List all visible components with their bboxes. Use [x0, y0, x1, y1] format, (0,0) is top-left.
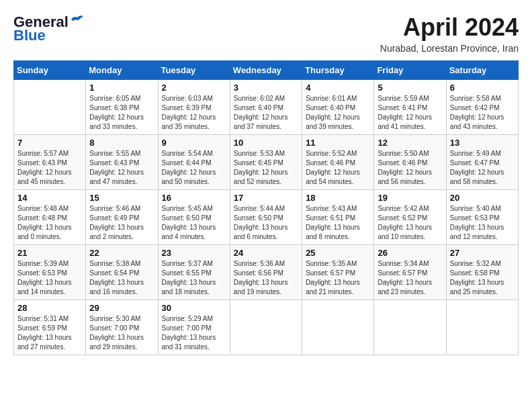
- day-number: 9: [162, 138, 226, 148]
- calendar-cell: [14, 80, 86, 135]
- day-info: Sunrise: 5:29 AM Sunset: 7:00 PM Dayligh…: [162, 314, 226, 352]
- day-info: Sunrise: 6:05 AM Sunset: 6:38 PM Dayligh…: [89, 94, 154, 132]
- calendar-cell: 24Sunrise: 5:36 AM Sunset: 6:56 PM Dayli…: [230, 245, 302, 300]
- calendar-cell: 5Sunrise: 5:59 AM Sunset: 6:41 PM Daylig…: [374, 80, 446, 135]
- day-number: 23: [162, 248, 226, 258]
- calendar-header-thursday: Thursday: [302, 61, 374, 80]
- day-number: 6: [450, 83, 515, 93]
- day-number: 5: [378, 83, 442, 93]
- day-number: 18: [306, 193, 370, 203]
- day-number: 10: [234, 138, 298, 148]
- day-info: Sunrise: 5:49 AM Sunset: 6:47 PM Dayligh…: [450, 149, 515, 187]
- calendar-cell: 16Sunrise: 5:45 AM Sunset: 6:50 PM Dayli…: [158, 190, 230, 245]
- day-info: Sunrise: 5:50 AM Sunset: 6:46 PM Dayligh…: [378, 149, 442, 187]
- calendar-cell: 25Sunrise: 5:35 AM Sunset: 6:57 PM Dayli…: [302, 245, 374, 300]
- calendar-cell: [302, 300, 374, 355]
- day-number: 7: [17, 138, 82, 148]
- calendar-table: SundayMondayTuesdayWednesdayThursdayFrid…: [13, 60, 519, 355]
- day-number: 3: [234, 83, 298, 93]
- day-info: Sunrise: 5:46 AM Sunset: 6:49 PM Dayligh…: [89, 204, 154, 242]
- day-info: Sunrise: 5:58 AM Sunset: 6:42 PM Dayligh…: [450, 94, 515, 132]
- calendar-header-sunday: Sunday: [14, 61, 86, 80]
- day-info: Sunrise: 5:53 AM Sunset: 6:45 PM Dayligh…: [234, 149, 298, 187]
- calendar-cell: 26Sunrise: 5:34 AM Sunset: 6:57 PM Dayli…: [374, 245, 446, 300]
- calendar-cell: 19Sunrise: 5:42 AM Sunset: 6:52 PM Dayli…: [374, 190, 446, 245]
- day-info: Sunrise: 6:01 AM Sunset: 6:40 PM Dayligh…: [306, 94, 370, 132]
- calendar-cell: 23Sunrise: 5:37 AM Sunset: 6:55 PM Dayli…: [158, 245, 230, 300]
- calendar-cell: 11Sunrise: 5:52 AM Sunset: 6:46 PM Dayli…: [302, 135, 374, 190]
- calendar-cell: 8Sunrise: 5:55 AM Sunset: 6:43 PM Daylig…: [86, 135, 158, 190]
- day-number: 2: [162, 83, 226, 93]
- calendar-cell: [374, 300, 446, 355]
- day-info: Sunrise: 5:31 AM Sunset: 6:59 PM Dayligh…: [17, 314, 82, 352]
- day-info: Sunrise: 5:32 AM Sunset: 6:58 PM Dayligh…: [450, 259, 515, 297]
- day-info: Sunrise: 5:55 AM Sunset: 6:43 PM Dayligh…: [89, 149, 154, 187]
- calendar-week-5: 28Sunrise: 5:31 AM Sunset: 6:59 PM Dayli…: [14, 300, 519, 355]
- day-info: Sunrise: 5:44 AM Sunset: 6:50 PM Dayligh…: [234, 204, 298, 242]
- calendar-cell: 15Sunrise: 5:46 AM Sunset: 6:49 PM Dayli…: [86, 190, 158, 245]
- calendar-header-friday: Friday: [374, 61, 446, 80]
- day-number: 20: [450, 193, 515, 203]
- title-block: April 2024 Nurabad, Lorestan Province, I…: [380, 13, 519, 54]
- calendar-cell: 3Sunrise: 6:02 AM Sunset: 6:40 PM Daylig…: [230, 80, 302, 135]
- calendar-header-saturday: Saturday: [446, 61, 518, 80]
- day-number: 30: [162, 303, 226, 313]
- calendar-week-1: 1Sunrise: 6:05 AM Sunset: 6:38 PM Daylig…: [14, 80, 519, 135]
- calendar-cell: 27Sunrise: 5:32 AM Sunset: 6:58 PM Dayli…: [446, 245, 518, 300]
- calendar-cell: 17Sunrise: 5:44 AM Sunset: 6:50 PM Dayli…: [230, 190, 302, 245]
- calendar-cell: 9Sunrise: 5:54 AM Sunset: 6:44 PM Daylig…: [158, 135, 230, 190]
- calendar-cell: 22Sunrise: 5:38 AM Sunset: 6:54 PM Dayli…: [86, 245, 158, 300]
- calendar-week-4: 21Sunrise: 5:39 AM Sunset: 6:53 PM Dayli…: [14, 245, 519, 300]
- day-number: 12: [378, 138, 442, 148]
- day-number: 15: [89, 193, 154, 203]
- calendar-cell: 7Sunrise: 5:57 AM Sunset: 6:43 PM Daylig…: [14, 135, 86, 190]
- day-info: Sunrise: 5:54 AM Sunset: 6:44 PM Dayligh…: [162, 149, 226, 187]
- calendar-cell: 10Sunrise: 5:53 AM Sunset: 6:45 PM Dayli…: [230, 135, 302, 190]
- calendar-cell: 6Sunrise: 5:58 AM Sunset: 6:42 PM Daylig…: [446, 80, 518, 135]
- calendar-week-3: 14Sunrise: 5:48 AM Sunset: 6:48 PM Dayli…: [14, 190, 519, 245]
- calendar-cell: 28Sunrise: 5:31 AM Sunset: 6:59 PM Dayli…: [14, 300, 86, 355]
- day-number: 27: [450, 248, 515, 258]
- day-number: 19: [378, 193, 442, 203]
- day-number: 8: [89, 138, 154, 148]
- day-info: Sunrise: 6:02 AM Sunset: 6:40 PM Dayligh…: [234, 94, 298, 132]
- calendar-cell: 2Sunrise: 6:03 AM Sunset: 6:39 PM Daylig…: [158, 80, 230, 135]
- day-number: 28: [17, 303, 82, 313]
- day-info: Sunrise: 5:52 AM Sunset: 6:46 PM Dayligh…: [306, 149, 370, 187]
- month-title: April 2024: [380, 13, 519, 42]
- day-number: 22: [89, 248, 154, 258]
- calendar-header-wednesday: Wednesday: [230, 61, 302, 80]
- day-number: 4: [306, 83, 370, 93]
- calendar-cell: 20Sunrise: 5:40 AM Sunset: 6:53 PM Dayli…: [446, 190, 518, 245]
- calendar-cell: 18Sunrise: 5:43 AM Sunset: 6:51 PM Dayli…: [302, 190, 374, 245]
- calendar-cell: 1Sunrise: 6:05 AM Sunset: 6:38 PM Daylig…: [86, 80, 158, 135]
- calendar-week-2: 7Sunrise: 5:57 AM Sunset: 6:43 PM Daylig…: [14, 135, 519, 190]
- logo: General Blue: [13, 13, 85, 44]
- day-info: Sunrise: 5:42 AM Sunset: 6:52 PM Dayligh…: [378, 204, 442, 242]
- day-info: Sunrise: 5:48 AM Sunset: 6:48 PM Dayligh…: [17, 204, 82, 242]
- day-number: 29: [89, 303, 154, 313]
- calendar-header-row: SundayMondayTuesdayWednesdayThursdayFrid…: [14, 61, 519, 80]
- day-info: Sunrise: 5:37 AM Sunset: 6:55 PM Dayligh…: [162, 259, 226, 297]
- day-info: Sunrise: 5:40 AM Sunset: 6:53 PM Dayligh…: [450, 204, 515, 242]
- day-number: 1: [89, 83, 154, 93]
- day-number: 11: [306, 138, 370, 148]
- day-info: Sunrise: 5:59 AM Sunset: 6:41 PM Dayligh…: [378, 94, 442, 132]
- day-number: 13: [450, 138, 515, 148]
- day-info: Sunrise: 5:30 AM Sunset: 7:00 PM Dayligh…: [89, 314, 154, 352]
- day-info: Sunrise: 5:38 AM Sunset: 6:54 PM Dayligh…: [89, 259, 154, 297]
- day-info: Sunrise: 5:43 AM Sunset: 6:51 PM Dayligh…: [306, 204, 370, 242]
- day-info: Sunrise: 5:45 AM Sunset: 6:50 PM Dayligh…: [162, 204, 226, 242]
- day-number: 26: [378, 248, 442, 258]
- day-number: 17: [234, 193, 298, 203]
- logo-bird-icon: [70, 14, 85, 25]
- calendar-cell: 30Sunrise: 5:29 AM Sunset: 7:00 PM Dayli…: [158, 300, 230, 355]
- day-info: Sunrise: 5:34 AM Sunset: 6:57 PM Dayligh…: [378, 259, 442, 297]
- day-number: 16: [162, 193, 226, 203]
- day-number: 24: [234, 248, 298, 258]
- calendar-cell: 14Sunrise: 5:48 AM Sunset: 6:48 PM Dayli…: [14, 190, 86, 245]
- calendar-cell: 12Sunrise: 5:50 AM Sunset: 6:46 PM Dayli…: [374, 135, 446, 190]
- day-info: Sunrise: 5:36 AM Sunset: 6:56 PM Dayligh…: [234, 259, 298, 297]
- calendar-cell: 29Sunrise: 5:30 AM Sunset: 7:00 PM Dayli…: [86, 300, 158, 355]
- day-info: Sunrise: 5:57 AM Sunset: 6:43 PM Dayligh…: [17, 149, 82, 187]
